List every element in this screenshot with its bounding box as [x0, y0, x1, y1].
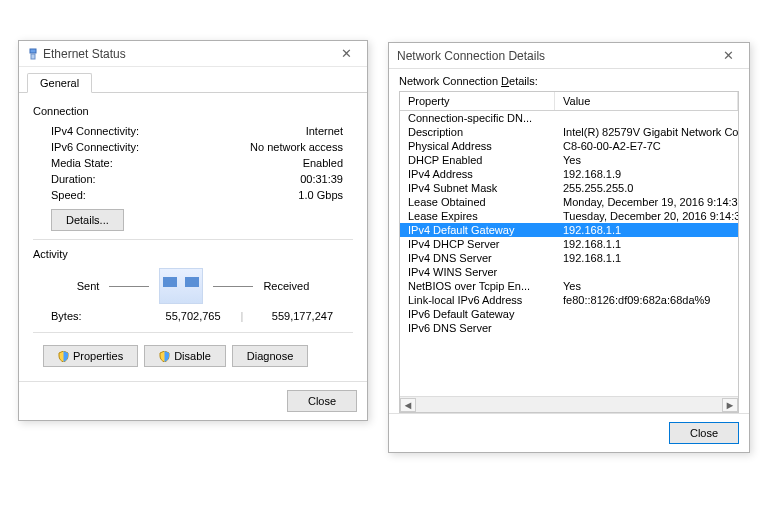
connection-group-label: Connection [33, 105, 353, 117]
network-details-window: Network Connection Details ✕ Network Con… [388, 42, 750, 453]
media-value: Enabled [303, 157, 343, 169]
bytes-label: Bytes: [51, 310, 131, 322]
sent-label: Sent [77, 280, 100, 292]
table-row[interactable]: DescriptionIntel(R) 82579V Gigabit Netwo… [400, 125, 738, 139]
duration-label: Duration: [51, 173, 96, 185]
table-row[interactable]: DHCP EnabledYes [400, 153, 738, 167]
close-button[interactable]: Close [287, 390, 357, 412]
value-cell [555, 265, 738, 279]
listview-header[interactable]: Property Value [400, 92, 738, 111]
bytes-row: Bytes: 55,702,765 | 559,177,247 [33, 308, 353, 324]
media-label: Media State: [51, 157, 113, 169]
property-cell: IPv4 Subnet Mask [400, 181, 555, 195]
tabbar: General [19, 67, 367, 93]
property-cell: NetBIOS over Tcpip En... [400, 279, 555, 293]
general-pane: Connection IPv4 Connectivity: Internet I… [19, 93, 367, 381]
ethernet-status-window: Ethernet Status ✕ General Connection IPv… [18, 40, 368, 421]
ipv4-row: IPv4 Connectivity: Internet [33, 123, 353, 139]
network-icon [27, 48, 39, 60]
close-icon[interactable]: ✕ [329, 44, 363, 64]
table-row[interactable]: IPv4 Subnet Mask255.255.255.0 [400, 181, 738, 195]
table-row[interactable]: IPv4 WINS Server [400, 265, 738, 279]
activity-icon [159, 268, 203, 304]
ipv6-label: IPv6 Connectivity: [51, 141, 139, 153]
value-cell: 192.168.1.1 [555, 223, 738, 237]
details-header: Network Connection Details: [389, 69, 749, 91]
speed-label: Speed: [51, 189, 86, 201]
value-cell: fe80::8126:df09:682a:68da%9 [555, 293, 738, 307]
property-cell: IPv4 DHCP Server [400, 237, 555, 251]
property-cell: IPv6 Default Gateway [400, 307, 555, 321]
ipv4-label: IPv4 Connectivity: [51, 125, 139, 137]
table-row[interactable]: NetBIOS over Tcpip En...Yes [400, 279, 738, 293]
table-row[interactable]: IPv4 DHCP Server192.168.1.1 [400, 237, 738, 251]
bytes-received: 559,177,247 [243, 310, 343, 322]
titlebar[interactable]: Ethernet Status ✕ [19, 41, 367, 67]
value-cell: Yes [555, 153, 738, 167]
status-footer: Close [19, 381, 367, 420]
value-cell: 255.255.255.0 [555, 181, 738, 195]
ipv6-row: IPv6 Connectivity: No network access [33, 139, 353, 155]
table-row[interactable]: IPv4 Address192.168.1.9 [400, 167, 738, 181]
properties-button[interactable]: Properties [43, 345, 138, 367]
property-cell: Lease Expires [400, 209, 555, 223]
value-cell: Intel(R) 82579V Gigabit Network Connect [555, 125, 738, 139]
tab-general[interactable]: General [27, 73, 92, 93]
scroll-track[interactable] [416, 398, 722, 412]
horizontal-scrollbar[interactable]: ◄ ► [400, 396, 738, 412]
property-cell: Connection-specific DN... [400, 111, 555, 125]
value-cell: 192.168.1.9 [555, 167, 738, 181]
speed-row: Speed: 1.0 Gbps [33, 187, 353, 203]
received-label: Received [263, 280, 309, 292]
property-cell: IPv4 WINS Server [400, 265, 555, 279]
table-row[interactable]: IPv4 DNS Server192.168.1.1 [400, 251, 738, 265]
shield-icon [159, 351, 170, 362]
value-cell [555, 307, 738, 321]
diagnose-button[interactable]: Diagnose [232, 345, 308, 367]
value-cell [555, 111, 738, 125]
duration-row: Duration: 00:31:39 [33, 171, 353, 187]
value-cell: C8-60-00-A2-E7-7C [555, 139, 738, 153]
disable-button[interactable]: Disable [144, 345, 226, 367]
table-row[interactable]: IPv6 Default Gateway [400, 307, 738, 321]
disable-label: Disable [174, 350, 211, 362]
value-cell: Monday, December 19, 2016 9:14:37 AM [555, 195, 738, 209]
table-row[interactable]: Link-local IPv6 Addressfe80::8126:df09:6… [400, 293, 738, 307]
col-value[interactable]: Value [555, 92, 738, 110]
ipv6-value: No network access [250, 141, 343, 153]
table-row[interactable]: Lease ObtainedMonday, December 19, 2016 … [400, 195, 738, 209]
table-row[interactable]: Physical AddressC8-60-00-A2-E7-7C [400, 139, 738, 153]
window-title: Ethernet Status [43, 47, 329, 61]
property-cell: DHCP Enabled [400, 153, 555, 167]
window-title: Network Connection Details [397, 49, 711, 63]
media-row: Media State: Enabled [33, 155, 353, 171]
col-property[interactable]: Property [400, 92, 555, 110]
property-cell: Link-local IPv6 Address [400, 293, 555, 307]
listview-body[interactable]: Connection-specific DN...DescriptionInte… [400, 111, 738, 396]
table-row[interactable]: Lease ExpiresTuesday, December 20, 2016 … [400, 209, 738, 223]
property-cell: Lease Obtained [400, 195, 555, 209]
details-button[interactable]: Details... [51, 209, 124, 231]
svg-rect-1 [31, 54, 35, 59]
scroll-left-icon[interactable]: ◄ [400, 398, 416, 412]
close-icon[interactable]: ✕ [711, 46, 745, 66]
property-cell: Physical Address [400, 139, 555, 153]
bytes-sent: 55,702,765 [131, 310, 241, 322]
table-row[interactable]: IPv4 Default Gateway192.168.1.1 [400, 223, 738, 237]
value-cell: Yes [555, 279, 738, 293]
value-cell: 192.168.1.1 [555, 251, 738, 265]
activity-group-label: Activity [33, 248, 353, 260]
property-cell: IPv6 DNS Server [400, 321, 555, 335]
property-cell: Description [400, 125, 555, 139]
ipv4-value: Internet [306, 125, 343, 137]
details-listview[interactable]: Property Value Connection-specific DN...… [399, 91, 739, 413]
table-row[interactable]: IPv6 DNS Server [400, 321, 738, 335]
scroll-right-icon[interactable]: ► [722, 398, 738, 412]
shield-icon [58, 351, 69, 362]
titlebar[interactable]: Network Connection Details ✕ [389, 43, 749, 69]
close-button[interactable]: Close [669, 422, 739, 444]
details-footer: Close [389, 413, 749, 452]
duration-value: 00:31:39 [300, 173, 343, 185]
table-row[interactable]: Connection-specific DN... [400, 111, 738, 125]
activity-diagram: Sent Received [33, 268, 353, 304]
